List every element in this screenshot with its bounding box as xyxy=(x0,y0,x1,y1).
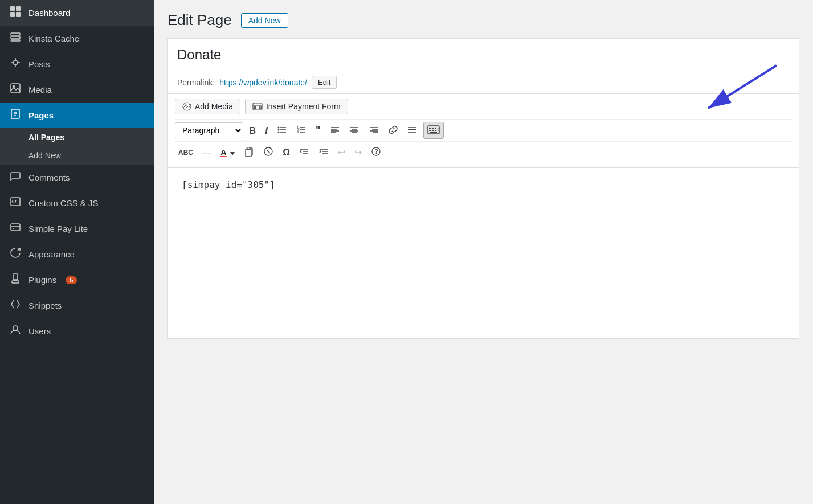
svg-rect-79 xyxy=(247,147,250,149)
sidebar-item-label: Custom CSS & JS xyxy=(28,198,99,208)
svg-rect-26 xyxy=(12,281,19,283)
svg-point-43 xyxy=(278,131,280,133)
svg-point-41 xyxy=(278,129,280,130)
svg-rect-71 xyxy=(429,130,431,131)
users-icon xyxy=(9,324,22,338)
media-icon xyxy=(9,83,22,97)
paste-text-button[interactable] xyxy=(240,144,258,161)
svg-rect-12 xyxy=(11,84,20,93)
sidebar-sub-add-new[interactable]: Add New xyxy=(0,146,154,165)
align-center-button[interactable] xyxy=(346,122,363,139)
toolbar-top-row: Add Media Insert Payment Form xyxy=(175,99,792,114)
add-new-label: Add New xyxy=(28,151,61,160)
post-title-input[interactable] xyxy=(177,47,790,63)
svg-rect-67 xyxy=(429,128,431,129)
svg-rect-72 xyxy=(432,130,434,131)
italic-button[interactable]: I xyxy=(262,124,271,138)
keyboard-button[interactable] xyxy=(423,122,444,139)
plugins-badge: 5 xyxy=(66,276,77,284)
align-right-button[interactable] xyxy=(365,122,382,139)
svg-rect-0 xyxy=(10,6,15,11)
svg-rect-78 xyxy=(246,149,251,157)
sidebar-item-label: Pages xyxy=(28,110,54,120)
redo-button[interactable]: ↪ xyxy=(351,146,365,159)
payment-form-icon xyxy=(252,102,263,111)
help-button[interactable]: ? xyxy=(367,144,385,161)
hr-button[interactable] xyxy=(404,122,421,139)
align-left-button[interactable] xyxy=(326,122,344,139)
all-pages-label: All Pages xyxy=(28,133,64,142)
dashboard-icon xyxy=(9,6,22,20)
undo-button[interactable]: ↩ xyxy=(334,146,349,159)
snippets-icon xyxy=(9,298,22,313)
editor-toolbar-row1: Paragraph Heading 1 Heading 2 Heading 3 … xyxy=(175,119,792,141)
sidebar-item-plugins[interactable]: Plugins 5 xyxy=(0,267,154,293)
post-title-area xyxy=(167,38,799,71)
sidebar-item-pages[interactable]: Pages xyxy=(0,103,154,128)
simple-pay-icon xyxy=(9,222,22,236)
sidebar-item-comments[interactable]: Comments xyxy=(0,165,154,190)
svg-rect-68 xyxy=(432,128,434,129)
horizontal-rule-button[interactable]: — xyxy=(199,146,215,159)
sidebar-item-appearance[interactable]: Appearance xyxy=(0,241,154,267)
editor-toolbar-row2: ABC — A Ω ↩ ↪ xyxy=(175,141,792,163)
svg-rect-3 xyxy=(16,12,21,17)
sidebar-item-label: Media xyxy=(28,85,52,95)
sidebar-item-simple-pay-lite[interactable]: Simple Pay Lite xyxy=(0,216,154,241)
pages-icon xyxy=(9,108,22,122)
svg-rect-36 xyxy=(254,106,256,109)
sidebar-item-custom-css-js[interactable]: Custom CSS & JS xyxy=(0,190,154,216)
paragraph-select[interactable]: Paragraph Heading 1 Heading 2 Heading 3 xyxy=(175,122,243,138)
svg-rect-1 xyxy=(16,6,21,11)
sidebar-item-users[interactable]: Users xyxy=(0,318,154,344)
bold-button[interactable]: B xyxy=(246,124,259,138)
strikethrough-button[interactable]: ABC xyxy=(175,147,197,158)
special-char-button[interactable]: Ω xyxy=(279,146,293,159)
sidebar-item-posts[interactable]: Posts xyxy=(0,51,154,77)
add-media-button[interactable]: Add Media xyxy=(175,99,240,114)
custom-css-icon xyxy=(9,196,22,210)
content-area[interactable]: [simpay id="305"] xyxy=(167,168,799,339)
svg-rect-73 xyxy=(435,130,436,131)
outdent-button[interactable] xyxy=(296,144,313,161)
sidebar-item-kinsta-cache[interactable]: Kinsta Cache xyxy=(0,26,154,51)
blockquote-button[interactable]: " xyxy=(312,123,324,138)
indent-button[interactable] xyxy=(315,144,332,161)
sidebar-item-label: Kinsta Cache xyxy=(28,34,79,43)
toolbar-area: Add Media Insert Payment Form Paragraph … xyxy=(167,94,799,168)
svg-rect-4 xyxy=(11,33,20,35)
permalink-row: Permalink: https://wpdev.ink/donate/ Edi… xyxy=(167,71,799,94)
permalink-label: Permalink: xyxy=(177,78,215,87)
svg-rect-2 xyxy=(10,12,15,17)
svg-rect-5 xyxy=(11,36,20,39)
sidebar-sub-all-pages[interactable]: All Pages xyxy=(0,128,154,146)
link-button[interactable] xyxy=(385,122,402,139)
sidebar-item-snippets[interactable]: Snippets xyxy=(0,293,154,318)
add-new-button[interactable]: Add New xyxy=(241,13,288,28)
svg-rect-70 xyxy=(438,128,439,129)
page-header: Edit Page Add New xyxy=(167,11,799,29)
insert-payment-form-button[interactable]: Insert Payment Form xyxy=(245,99,348,114)
text-color-button[interactable]: A xyxy=(217,146,238,159)
svg-point-39 xyxy=(278,126,280,128)
svg-rect-74 xyxy=(438,130,439,131)
kinsta-icon xyxy=(9,31,22,46)
sidebar: Dashboard Kinsta Cache Posts Media Pages… xyxy=(0,0,154,504)
svg-marker-76 xyxy=(230,152,235,155)
permalink-link[interactable]: https://wpdev.ink/donate/ xyxy=(219,78,307,87)
permalink-edit-button[interactable]: Edit xyxy=(312,76,337,89)
svg-line-20 xyxy=(12,202,13,203)
numbered-list-button[interactable]: 1.2.3. xyxy=(293,122,310,139)
svg-text:?: ? xyxy=(375,149,378,155)
svg-rect-6 xyxy=(11,40,20,41)
svg-line-21 xyxy=(15,200,16,203)
sidebar-item-label: Simple Pay Lite xyxy=(28,224,88,233)
clear-formatting-button[interactable] xyxy=(260,144,277,161)
sidebar-item-media[interactable]: Media xyxy=(0,77,154,103)
bullet-list-button[interactable] xyxy=(273,122,291,139)
main-content: Edit Page Add New Permalink: https://wpd… xyxy=(154,0,813,504)
appearance-icon xyxy=(9,247,22,261)
svg-line-81 xyxy=(267,150,270,153)
sidebar-item-label: Users xyxy=(28,326,51,336)
sidebar-item-dashboard[interactable]: Dashboard xyxy=(0,0,154,26)
